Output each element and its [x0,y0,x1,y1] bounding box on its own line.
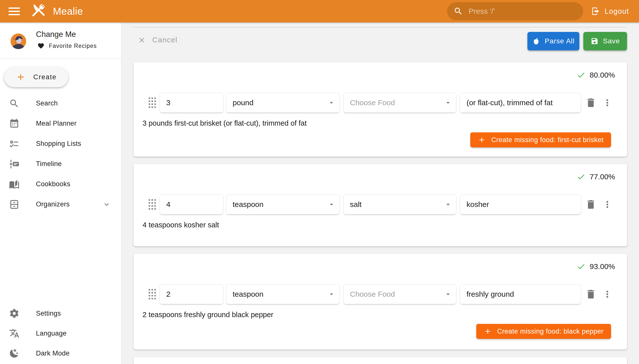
create-missing-food-label: Create missing food: first-cut brisket [491,136,603,144]
avatar[interactable] [11,34,26,49]
cancel-button[interactable]: Cancel [138,36,177,44]
quantity-value: 2 [166,290,170,298]
trash-icon [585,288,596,300]
quantity-input[interactable]: 4 [159,194,224,214]
sidebar-item-settings[interactable]: Settings [0,304,121,323]
unit-value: teaspoon [233,200,263,209]
sidebar-item-language[interactable]: Language [0,323,121,343]
unit-value: pound [233,98,253,107]
delete-button[interactable] [585,97,596,108]
parse-all-button[interactable]: Parse All [527,32,579,50]
sidebar-item-cookbooks[interactable]: Cookbooks [0,174,121,194]
search-icon [9,98,20,109]
logout-icon [591,7,600,16]
ingredient-card-partial [134,357,627,364]
menu-icon[interactable] [9,6,20,17]
ingredient-card: 80.00% 3 pound Choose Food (or flat-cut)… [134,62,627,156]
sidebar-divider [0,58,121,59]
card-actions: Create missing food: first-cut brisket [142,132,615,147]
create-missing-food-button[interactable]: Create missing food: first-cut brisket [470,132,611,147]
close-icon [138,36,146,44]
unit-select[interactable]: pound [226,93,340,113]
dropdown-arrow-icon [327,200,335,208]
confidence-row: 77.00% [142,172,615,182]
search-icon [454,6,463,16]
ingredient-list: 80.00% 3 pound Choose Food (or flat-cut)… [134,62,627,364]
food-value: Choose Food [350,98,395,107]
unit-value: teaspoon [233,290,263,298]
sidebar-item-label: Meal Planner [36,120,77,128]
unit-select[interactable]: teaspoon [226,284,340,304]
favorite-recipes-link[interactable]: Favorite Recipes [38,42,97,49]
logout-label: Logout [604,7,629,16]
moon-stars-icon [9,348,20,358]
confidence-value: 77.00% [590,172,615,181]
confidence-row: 80.00% [142,70,615,80]
ingredient-card: 77.00% 4 teaspoon salt kosher [134,164,627,246]
favorite-recipes-label: Favorite Recipes [49,43,97,49]
delete-button[interactable] [585,199,596,210]
cancel-label: Cancel [152,36,177,44]
note-input[interactable]: (or flat-cut), trimmed of fat [460,93,581,113]
unit-select[interactable]: teaspoon [226,194,340,214]
dropdown-arrow-icon [444,99,452,107]
more-options-button[interactable] [602,289,612,300]
gear-icon [9,308,20,318]
mealie-logo-icon[interactable] [30,2,47,20]
sidebar-item-search[interactable]: Search [0,93,121,114]
save-button[interactable]: Save [583,32,627,50]
quantity-input[interactable]: 2 [159,284,224,304]
parse-all-label: Parse All [545,37,575,45]
sidebar-item-label: Organizers [36,200,70,208]
profile-name: Change Me [36,30,76,39]
kebab-icon [602,199,612,210]
more-options-button[interactable] [602,98,612,108]
plus-icon [478,136,486,144]
chevron-down-icon[interactable] [102,200,111,209]
dropdown-arrow-icon [327,290,335,298]
note-input[interactable]: freshly ground [460,284,581,304]
food-select[interactable]: salt [343,194,456,214]
sidebar-item-timeline[interactable]: Timeline [0,154,121,174]
note-value: (or flat-cut), trimmed of fat [467,98,553,107]
book-icon [9,179,20,190]
sidebar-item-dark-mode[interactable]: Dark Mode [0,343,121,363]
more-options-button[interactable] [602,199,612,210]
food-select[interactable]: Choose Food [343,284,456,304]
calendar-icon [9,118,20,129]
sidebar-item-organizers[interactable]: Organizers [0,194,121,214]
sidebar-item-label: Language [36,330,67,337]
top-app-bar: Mealie Press '/' Logout [0,0,639,22]
create-missing-food-button[interactable]: Create missing food: black pepper [476,324,611,339]
delete-button[interactable] [585,288,596,300]
sidebar-item-label: Settings [36,310,61,318]
kebab-icon [602,98,612,108]
quantity-input[interactable]: 3 [159,93,224,113]
sidebar-item-meal-planner[interactable]: Meal Planner [0,114,121,134]
kebab-icon [602,289,612,300]
food-value: salt [350,200,362,209]
save-label: Save [603,37,620,45]
drag-handle-icon[interactable] [148,199,156,210]
dropdown-arrow-icon [327,99,335,107]
app-title: Mealie [53,6,83,17]
note-input[interactable]: kosher [460,194,581,214]
sidebar-item-shopping-lists[interactable]: Shopping Lists [0,134,121,154]
drag-handle-icon[interactable] [148,289,156,300]
logout-button[interactable]: Logout [591,7,629,16]
food-select[interactable]: Choose Food [343,93,456,113]
trash-icon [585,199,596,210]
create-button[interactable]: Create [4,67,68,87]
quantity-value: 3 [166,98,170,107]
ingredient-card: 93.00% 2 teaspoon Choose Food freshly gr… [134,254,627,350]
cabinet-icon [9,199,20,210]
dropdown-arrow-icon [444,200,452,208]
trash-icon [585,97,596,108]
timeline-icon [9,159,20,169]
original-text: 3 pounds first-cut brisket (or flat-cut)… [142,119,615,128]
sidebar-bottom-nav: Settings Language Dark Mode [0,304,121,363]
search-input[interactable]: Press '/' [447,2,583,20]
sidebar-item-label: Dark Mode [36,350,70,357]
apple-icon [532,37,540,45]
drag-handle-icon[interactable] [148,98,156,108]
